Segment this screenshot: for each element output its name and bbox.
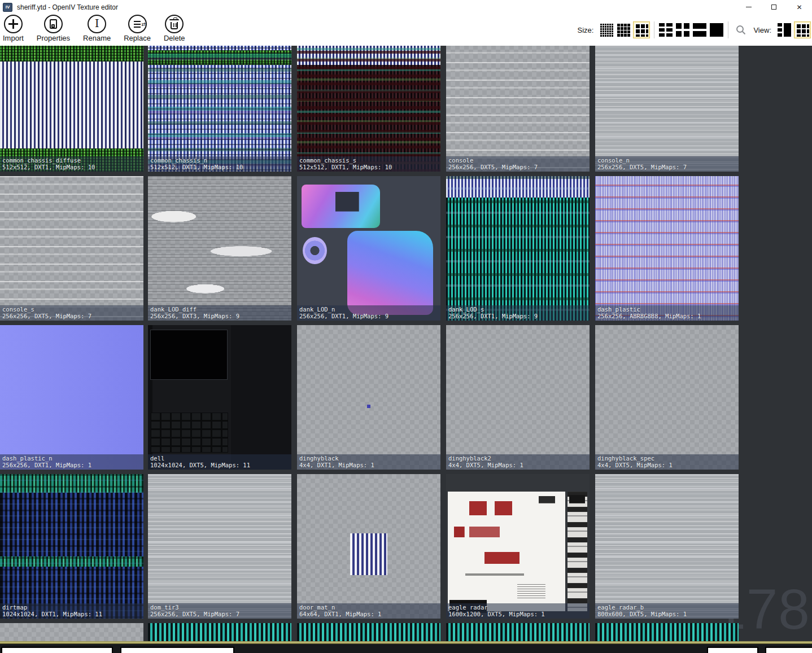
minimize-button[interactable] (736, 0, 761, 14)
texture-info: 256x256, DXT5, MipMaps: 7 (2, 313, 141, 319)
size-tiny-grid-icon[interactable] (600, 23, 613, 37)
close-icon: ✕ (796, 4, 802, 11)
texture-tile[interactable]: dash_plastic_n 256x256, DXT1, MipMaps: 1 (0, 325, 143, 470)
texture-caption: dinghyblack_spec 4x4, DXT5, MipMaps: 1 (595, 454, 739, 470)
texture-info: 1600x1200, DXT5, MipMaps: 1 (448, 611, 587, 617)
texture-info: 512x512, DXT1, MipMaps: 10 (2, 164, 141, 170)
replace-button[interactable]: Replace (124, 15, 151, 42)
texture-tile[interactable]: dinghyblack_spec 4x4, DXT5, MipMaps: 1 (595, 325, 739, 470)
texture-tile[interactable]: dank_LOD_s 256x256, DXT1, MipMaps: 9 (446, 176, 590, 321)
texture-caption: dom_tir3 256x256, DXT5, MipMaps: 7 (148, 603, 291, 619)
texture-name: dinghyblack (299, 455, 438, 462)
size-label: Size: (578, 26, 594, 34)
texture-pattern-layer (567, 492, 588, 611)
texture-thumbnail (0, 474, 143, 619)
properties-label: Properties (37, 34, 70, 42)
texture-pattern-layer (0, 46, 143, 62)
size-2x2-grid-icon[interactable] (676, 23, 689, 37)
texture-pattern-layer (446, 46, 590, 172)
texture-thumbnail (595, 176, 739, 321)
view-list-icon[interactable] (778, 23, 791, 37)
texture-tile[interactable]: console 256x256, DXT5, MipMaps: 7 (446, 46, 590, 172)
texture-name: dank_LOD_n (299, 306, 438, 313)
size-rows-icon[interactable] (693, 23, 706, 37)
toolbar-actions: Import Properties Rename Replace Delete (3, 15, 185, 42)
texture-tile[interactable]: dash_plastic 256x256, A8R8G8B8, MipMaps:… (595, 176, 739, 321)
texture-info: 4x4, DXT5, MipMaps: 1 (448, 462, 587, 468)
cropped-bottom-box-3[interactable] (707, 647, 758, 653)
texture-info: 1024x1024, DXT5, MipMaps: 11 (150, 462, 289, 468)
texture-tile[interactable]: dirtmap 1024x1024, DXT1, MipMaps: 11 (0, 474, 143, 619)
import-button[interactable]: Import (3, 15, 24, 42)
texture-tile[interactable]: common_chassis_n 512x512, DXT1, MipMaps:… (148, 46, 291, 172)
toolbar: Import Properties Rename Replace Delete … (0, 14, 812, 46)
texture-tile[interactable]: eagle radar 1600x1200, DXT5, MipMaps: 1 (446, 474, 590, 619)
window-controls: ✕ (736, 0, 812, 14)
size-two-column-icon[interactable] (659, 23, 673, 37)
texture-pattern-layer (148, 46, 291, 172)
texture-tile[interactable]: dank_LOD_n 256x256, DXT1, MipMaps: 9 (297, 176, 440, 321)
search-button[interactable] (736, 25, 746, 36)
cropped-bottom-box-2[interactable] (120, 647, 234, 653)
titlebar: IV sheriff.ytd - OpenIV Texture editor ✕ (0, 0, 812, 14)
texture-thumbnail (297, 325, 440, 470)
texture-pattern-layer (151, 413, 228, 452)
texture-caption: console_n 256x256, DXT5, MipMaps: 7 (595, 156, 739, 172)
texture-info: 512x512, DXT1, MipMaps: 10 (299, 164, 438, 170)
texture-thumbnail (446, 325, 590, 470)
texture-pattern-layer (148, 176, 291, 321)
texture-tile[interactable]: dank_LOD_diff 256x256, DXT3, MipMaps: 9 (148, 176, 291, 321)
texture-pattern-layer (297, 46, 440, 172)
texture-name: door_mat_n (299, 604, 438, 611)
size-small-grid-icon[interactable] (617, 23, 630, 37)
separator (728, 21, 728, 38)
texture-name: dash_plastic_n (2, 455, 141, 462)
texture-tile[interactable]: dinghyblack2 4x4, DXT5, MipMaps: 1 (446, 325, 590, 470)
rename-button[interactable]: Rename (83, 15, 111, 42)
texture-pattern-layer (150, 330, 228, 380)
texture-caption: dash_plastic_n 256x256, DXT1, MipMaps: 1 (0, 454, 143, 470)
size-single-icon[interactable] (710, 23, 723, 37)
view-grid-icon[interactable] (796, 23, 809, 37)
close-button[interactable]: ✕ (787, 0, 812, 14)
texture-info: 256x256, A8R8G8B8, MipMaps: 1 (597, 313, 736, 319)
texture-info: 256x256, DXT1, MipMaps: 9 (448, 313, 587, 319)
size-medium-grid-icon[interactable] (635, 23, 648, 37)
texture-name: dinghyblack_spec (597, 455, 736, 462)
texture-info: 256x256, DXT1, MipMaps: 1 (2, 462, 141, 468)
replace-label: Replace (124, 34, 151, 42)
texture-tile[interactable]: dom_tir3 256x256, DXT5, MipMaps: 7 (148, 474, 291, 619)
maximize-button[interactable] (761, 0, 787, 14)
texture-tile[interactable]: common_chassis_s 512x512, DXT1, MipMaps:… (297, 46, 440, 172)
texture-pattern-layer (448, 492, 565, 611)
texture-info: 512x512, DXT1, MipMaps: 10 (150, 164, 289, 170)
texture-name: dank_LOD_s (448, 306, 587, 313)
texture-name: dank_LOD_diff (150, 306, 289, 313)
properties-button[interactable]: Properties (37, 15, 70, 42)
texture-info: 1024x1024, DXT1, MipMaps: 11 (2, 611, 141, 617)
texture-tile[interactable]: dinghyblack 4x4, DXT1, MipMaps: 1 (297, 325, 440, 470)
texture-tile[interactable]: console_n 256x256, DXT5, MipMaps: 7 (595, 46, 739, 172)
texture-name: dash_plastic (597, 306, 736, 313)
texture-info: 256x256, DXT5, MipMaps: 7 (448, 164, 587, 170)
texture-thumbnail (446, 474, 590, 619)
texture-tile[interactable]: dell 1024x1024, DXT5, MipMaps: 11 (148, 325, 291, 470)
texture-thumbnail (297, 474, 440, 619)
texture-name: common_chassis_s (299, 157, 438, 164)
texture-caption: door_mat_n 64x64, DXT1, MipMaps: 1 (297, 603, 440, 619)
texture-pattern-layer (595, 176, 739, 321)
delete-button[interactable]: Delete (164, 15, 185, 42)
texture-caption: dank_LOD_diff 256x256, DXT3, MipMaps: 9 (148, 305, 291, 321)
texture-caption: dank_LOD_s 256x256, DXT1, MipMaps: 9 (446, 305, 590, 321)
texture-pattern-layer (302, 185, 381, 228)
texture-caption: common_chassis_diffuse 512x512, DXT1, Mi… (0, 156, 143, 172)
separator (654, 21, 654, 38)
cropped-bottom-box-1[interactable] (1, 647, 113, 653)
texture-tile[interactable]: eagle radar_b 800x600, DXT5, MipMaps: 1 (595, 474, 739, 619)
cropped-bottom-box-4[interactable] (765, 647, 812, 653)
texture-tile[interactable]: common_chassis_diffuse 512x512, DXT1, Mi… (0, 46, 143, 172)
texture-tile[interactable]: console_s 256x256, DXT5, MipMaps: 7 (0, 176, 143, 321)
texture-tile[interactable]: door_mat_n 64x64, DXT1, MipMaps: 1 (297, 474, 440, 619)
texture-info: 256x256, DXT5, MipMaps: 7 (150, 611, 289, 617)
texture-thumbnail (148, 176, 291, 321)
